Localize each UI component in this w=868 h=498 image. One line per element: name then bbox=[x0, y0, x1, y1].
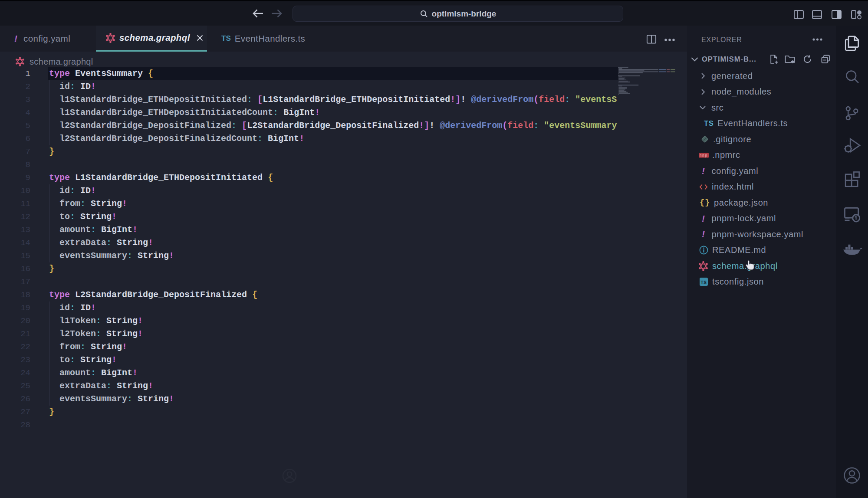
svg-text:TS: TS bbox=[701, 280, 707, 285]
